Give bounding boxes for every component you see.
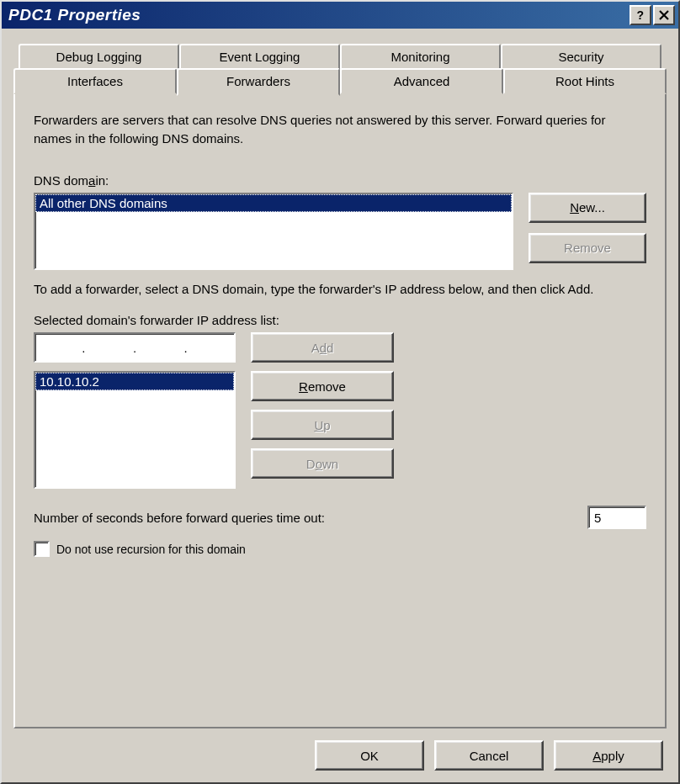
- timeout-label: Number of seconds before forward queries…: [34, 511, 587, 525]
- tab-interfaces[interactable]: Interfaces: [13, 68, 177, 94]
- tab-container: Debug Logging Event Logging Monitoring S…: [13, 44, 667, 728]
- domain-row: All other DNS domains New... Remove: [34, 193, 646, 270]
- ip-list-label: Selected domain's forwarder IP address l…: [34, 313, 646, 327]
- tab-event-logging[interactable]: Event Logging: [179, 44, 340, 70]
- dialog-body: Debug Logging Event Logging Monitoring S…: [2, 29, 678, 782]
- ip-list[interactable]: 10.10.10.2: [34, 371, 236, 489]
- tab-label: Advanced: [394, 74, 450, 88]
- cancel-button[interactable]: Cancel: [434, 740, 544, 771]
- instruction-text: To add a forwarder, select a DNS domain,…: [34, 280, 646, 299]
- tab-monitoring[interactable]: Monitoring: [340, 44, 501, 70]
- timeout-row: Number of seconds before forward queries…: [34, 506, 646, 529]
- domain-button-column: New... Remove: [529, 193, 646, 270]
- remove-ip-button[interactable]: Remove: [251, 371, 394, 401]
- titlebar: PDC1 Properties ?: [2, 2, 678, 29]
- recursion-checkbox[interactable]: [34, 541, 50, 557]
- add-button: Add: [251, 332, 394, 363]
- tab-label: Root Hints: [555, 74, 614, 88]
- ok-button[interactable]: OK: [315, 740, 424, 771]
- tab-label: Interfaces: [67, 74, 123, 88]
- tab-row-front: Interfaces Forwarders Advanced Root Hint…: [13, 68, 667, 94]
- dialog-buttons: OK Cancel Apply: [13, 737, 667, 771]
- list-item[interactable]: All other DNS domains: [35, 194, 512, 212]
- tab-forwarders[interactable]: Forwarders: [177, 68, 340, 96]
- recursion-row: Do not use recursion for this domain: [34, 541, 646, 557]
- ip-input-row: . . . Add: [34, 332, 646, 363]
- tab-advanced[interactable]: Advanced: [340, 68, 503, 94]
- list-item[interactable]: 10.10.10.2: [35, 373, 234, 390]
- dns-domain-list[interactable]: All other DNS domains: [34, 193, 513, 270]
- remove-domain-button: Remove: [529, 233, 646, 263]
- tab-root-hints[interactable]: Root Hints: [503, 68, 667, 94]
- forwarders-panel: Forwarders are servers that can resolve …: [13, 94, 667, 728]
- apply-button[interactable]: Apply: [554, 740, 663, 771]
- ip-button-column: Remove Up Down: [251, 371, 394, 479]
- close-button[interactable]: [653, 5, 675, 25]
- ip-add-column: Add: [251, 332, 394, 363]
- recursion-label: Do not use recursion for this domain: [56, 543, 246, 556]
- titlebar-buttons: ?: [630, 5, 675, 25]
- tab-label: Security: [558, 50, 603, 64]
- tab-label: Debug Logging: [56, 50, 142, 64]
- ip-list-row: 10.10.10.2 Remove Up Down: [34, 371, 646, 489]
- window-title: PDC1 Properties: [8, 6, 630, 24]
- description-text: Forwarders are servers that can resolve …: [34, 111, 646, 148]
- new-button[interactable]: New...: [529, 193, 646, 223]
- up-button: Up: [251, 410, 394, 440]
- dns-domain-label: DNS domain:: [34, 173, 646, 188]
- tab-label: Forwarders: [226, 74, 290, 88]
- tab-label: Event Logging: [220, 50, 300, 64]
- timeout-input[interactable]: [587, 506, 646, 529]
- tab-security[interactable]: Security: [501, 44, 661, 70]
- help-button[interactable]: ?: [630, 5, 651, 25]
- properties-window: PDC1 Properties ? Debug Logging Event Lo…: [0, 0, 680, 784]
- tab-label: Monitoring: [390, 50, 449, 64]
- tab-row-back: Debug Logging Event Logging Monitoring S…: [19, 44, 661, 70]
- tab-debug-logging[interactable]: Debug Logging: [19, 44, 179, 70]
- down-button: Down: [251, 448, 394, 479]
- ip-input[interactable]: . . .: [34, 332, 236, 363]
